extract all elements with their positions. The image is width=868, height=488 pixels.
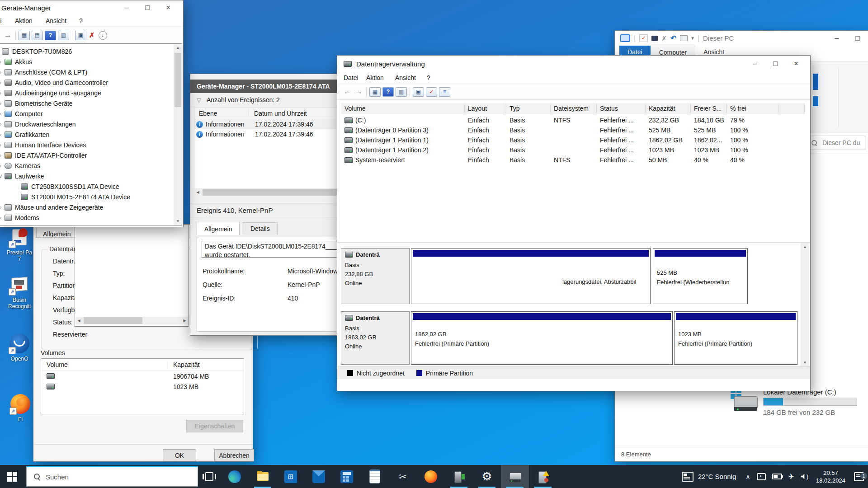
col-ebene[interactable]: Ebene: [194, 110, 249, 117]
volume-row[interactable]: (Datenträger 0 Partition 3) EinfachBasis…: [341, 125, 807, 135]
tree-item-audio-io[interactable]: ›Audioeingänge und -ausgänge: [0, 88, 182, 98]
tree-item-ct250-ssd[interactable]: CT250BX100SSD1 ATA Device: [0, 181, 182, 192]
scroll-left-icon[interactable]: ◀: [75, 317, 83, 324]
refresh-icon[interactable]: ▣: [413, 87, 424, 97]
menu-hilfe[interactable]: ?: [424, 73, 433, 82]
volume-row[interactable]: 1906704 MB: [41, 371, 244, 381]
menu-ansicht[interactable]: Ansicht: [43, 16, 69, 25]
hidden-icons-chevron[interactable]: ∧: [745, 473, 750, 480]
tree-item-biometrisch[interactable]: ›Biometrische Geräte: [0, 98, 182, 108]
devmgr-vscrollbar[interactable]: ▲ ▼: [174, 44, 182, 225]
taskbar-explorer[interactable]: [249, 465, 277, 488]
col-freier-speicher[interactable]: Freier S...: [691, 103, 727, 113]
col-kapazitaet[interactable]: Kapazität: [168, 361, 199, 368]
disk0-partition-recovery[interactable]: 525 MB Fehlerfrei (Wiederherstellun: [653, 248, 748, 304]
disk1-partition-1[interactable]: 1862,02 GB Fehlerfrei (Primäre Partition…: [411, 311, 673, 365]
minimize-button[interactable]: –: [744, 56, 765, 72]
drive-item[interactable]: Lokaler Datenträger (C:) 184 GB frei von…: [731, 388, 857, 416]
action-pane-icon[interactable]: ▥: [58, 31, 69, 40]
taskbar-search-input[interactable]: Suchen: [26, 466, 198, 487]
menu-hilfe[interactable]: ?: [76, 16, 85, 25]
col-datum[interactable]: Datum und Uhrzeit: [249, 110, 307, 117]
scrollbar-thumb[interactable]: [175, 53, 181, 107]
task-view-button[interactable]: [198, 465, 221, 488]
taskbar-edge[interactable]: [221, 465, 249, 488]
help-icon[interactable]: ?: [382, 87, 394, 97]
maximize-button[interactable]: □: [765, 56, 786, 72]
tab-details[interactable]: Details: [243, 222, 278, 235]
action-center-button[interactable]: 1: [850, 472, 868, 481]
forward-icon[interactable]: →: [4, 31, 12, 40]
cast-icon[interactable]: [757, 473, 766, 480]
uninstall-device-icon[interactable]: ✗: [89, 31, 95, 39]
diskmgmt-titlebar[interactable]: Datenträgerverwaltung – □ ×: [337, 56, 810, 72]
disk1-partition-2[interactable]: 1023 MB Fehlerfrei (Primäre Partition): [674, 311, 797, 365]
tree-item-druckwarteschlangen[interactable]: ›Druckwarteschlangen: [0, 119, 182, 129]
tree-item-modems[interactable]: ›Modems: [0, 212, 182, 223]
scroll-down-icon[interactable]: ▼: [801, 359, 809, 366]
minimize-button[interactable]: –: [826, 31, 847, 46]
tree-item-ide-controller[interactable]: ›IDE ATA/ATAPI-Controller: [0, 150, 182, 160]
col-volume[interactable]: Volume: [341, 103, 465, 113]
tree-item-st2000-hdd[interactable]: ST2000LM015-2E8174 ATA Device: [0, 192, 182, 202]
col-prozent-frei[interactable]: % frei: [727, 103, 778, 113]
scroll-left-icon[interactable]: ◀: [194, 188, 202, 196]
action-pane-icon[interactable]: ▥: [396, 87, 407, 97]
minimize-button[interactable]: –: [116, 0, 137, 15]
tree-item-computer-root[interactable]: DESKTOP-7U0M826: [0, 46, 182, 56]
col-layout[interactable]: Layout: [465, 103, 506, 113]
volume-row[interactable]: (Datenträger 1 Partition 2) EinfachBasis…: [341, 145, 807, 155]
disk0-partition-c[interactable]: lagerungsdatei, Absturzabbil: [411, 248, 651, 304]
col-status[interactable]: Status: [597, 103, 646, 113]
volumes-list[interactable]: Volume Kapazität 1906704 MB 1023 MB: [41, 358, 244, 414]
help-icon[interactable]: ?: [45, 31, 56, 40]
desktop-icon-presto[interactable]: ↗ Presto! Pa 7: [5, 227, 34, 262]
quick-access-folder-icon[interactable]: [651, 36, 658, 41]
explorer-search-input[interactable]: Dieser PC du: [805, 136, 865, 150]
col-dateisystem[interactable]: Dateisystem: [551, 103, 597, 113]
scan-hardware-icon[interactable]: ▣: [75, 31, 86, 40]
console-tree-icon[interactable]: ▦: [19, 31, 30, 40]
scroll-right-icon[interactable]: ▶: [181, 317, 189, 324]
disk1-panel[interactable]: Datenträ Basis 1863,02 GB Online: [341, 311, 410, 365]
col-typ[interactable]: Typ: [506, 103, 551, 113]
tab-allgemein[interactable]: Allgemein: [197, 222, 240, 235]
taskbar-store[interactable]: ⊞: [277, 465, 305, 488]
taskbar-device-manager-warning[interactable]: [529, 465, 557, 488]
tree-item-akkus[interactable]: ›Akkus: [0, 56, 182, 67]
update-driver-icon[interactable]: ↓: [99, 31, 107, 40]
tree-item-kameras[interactable]: ›Kameras: [0, 160, 182, 171]
tree-item-maeuse[interactable]: ›Mäuse und andere Zeigegeräte: [0, 202, 182, 212]
clock[interactable]: 20:57 18.02.2024: [811, 469, 850, 484]
device-tree[interactable]: DESKTOP-7U0M826 ›Akkus ›Anschlüsse (COM …: [0, 43, 182, 225]
weather-widget[interactable]: 22°C Sonnig: [675, 472, 742, 482]
close-button[interactable]: ×: [786, 56, 807, 72]
close-button[interactable]: ×: [158, 0, 179, 15]
quick-access-dropdown-icon[interactable]: ▾: [691, 35, 694, 41]
quick-access-check-icon[interactable]: ✓: [639, 34, 648, 42]
battery-icon[interactable]: [772, 474, 782, 479]
list-view-icon[interactable]: ≡: [439, 87, 450, 97]
taskbar-snipping[interactable]: ✂: [389, 465, 417, 488]
taskbar-calculator[interactable]: [333, 465, 361, 488]
maximize-button[interactable]: □: [847, 31, 868, 46]
check-disk-icon[interactable]: ✓: [426, 87, 437, 97]
scroll-up-icon[interactable]: ▲: [801, 243, 809, 251]
quick-access-undo-icon[interactable]: ↶: [670, 34, 676, 42]
scrollbar-thumb[interactable]: [84, 317, 142, 324]
col-volume[interactable]: Volume: [41, 361, 168, 368]
properties-icon[interactable]: ▤: [32, 31, 43, 40]
volume-row[interactable]: (C:) EinfachBasis NTFSFehlerfrei ... 232…: [341, 115, 807, 125]
volume-row[interactable]: System-reserviert EinfachBasis NTFSFehle…: [341, 155, 807, 165]
desktop-icon-firefox[interactable]: ↗ Fi: [5, 394, 35, 422]
col-kapazitaet[interactable]: Kapazität: [646, 103, 691, 113]
scroll-up-icon[interactable]: ▲: [174, 44, 182, 52]
horizontal-scrollbar[interactable]: ◀ ▶: [75, 317, 189, 324]
scroll-down-icon[interactable]: ▼: [174, 217, 182, 225]
tree-item-anschluesse[interactable]: ›Anschlüsse (COM & LPT): [0, 67, 182, 77]
ok-button[interactable]: OK: [163, 449, 196, 461]
menu-datei[interactable]: Datei: [0, 16, 5, 25]
filter-icon[interactable]: ▽: [197, 97, 201, 103]
graphic-vscrollbar[interactable]: ▲ ▼: [801, 243, 809, 366]
quick-access-close-icon[interactable]: ✗: [661, 35, 667, 42]
